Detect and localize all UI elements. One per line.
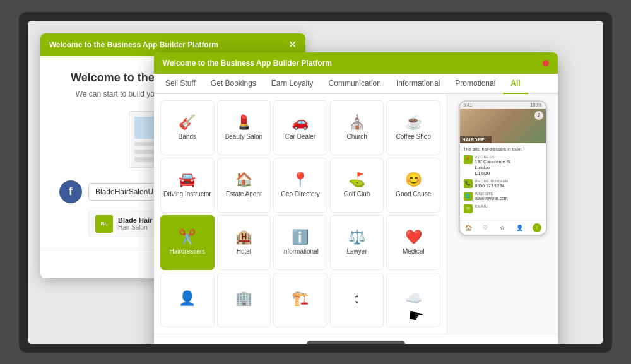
informational-cat-icon: ℹ️	[292, 230, 309, 244]
category-item-hairdressers[interactable]: ✂️Hairdressers	[160, 215, 215, 270]
continue-button[interactable]: Continue	[307, 341, 405, 344]
row4-1-icon: 👤	[179, 291, 196, 305]
phone-tagline: The best hairdressers in town.	[464, 147, 542, 151]
phone-email-icon: ✉	[464, 204, 473, 213]
red-dot-icon	[543, 60, 549, 66]
hotel-icon: 🏨	[235, 230, 252, 244]
golf-club-label: Golf Club	[344, 191, 370, 198]
category-item-estate-agent[interactable]: 🏠Estate Agent	[217, 158, 271, 213]
beauty-salon-icon: 💄	[235, 115, 252, 129]
estate-agent-icon: 🏠	[235, 173, 252, 187]
church-icon: ⛪	[348, 115, 365, 129]
category-item-good-cause[interactable]: 😊Good Cause	[386, 158, 440, 213]
bands-icon: 🎸	[179, 115, 196, 129]
tab-informational[interactable]: Informational	[389, 74, 447, 94]
phone-website-value: www.mysite.com	[475, 196, 508, 201]
phone-battery: 100%	[531, 103, 542, 107]
medical-label: Medical	[403, 248, 424, 255]
category-item-lawyer[interactable]: ⚖️Lawyer	[330, 215, 384, 270]
dialog-front: Welcome to the Business App Builder Plat…	[154, 52, 558, 344]
phone-email-row: ✉ EMAIL	[464, 204, 542, 213]
informational-cat-label: Informational	[282, 248, 319, 255]
good-cause-label: Good Cause	[396, 191, 431, 198]
hotel-label: Hotel	[237, 248, 251, 255]
car-dealer-icon: 🚗	[292, 115, 309, 129]
row4-3-icon: 🏗️	[292, 291, 309, 305]
dialog-back-close-icon[interactable]: ✕	[288, 40, 297, 50]
coffee-shop-label: Coffee Shop	[396, 133, 430, 141]
dialog-front-body: 🎸Bands💄Beauty Salon🚗Car Dealer⛪Church☕Co…	[154, 94, 558, 334]
phone-frame: 9:41 100% ⤴ HAIRDRE... The best hairdres…	[459, 100, 547, 236]
phone-preview: 9:41 100% ⤴ HAIRDRE... The best hairdres…	[447, 94, 558, 334]
hairdressers-label: Hairdressers	[169, 248, 205, 255]
driving-instructor-label: Driving Instructor	[163, 191, 211, 198]
dialog-front-header: Welcome to the Business App Builder Plat…	[154, 52, 558, 74]
category-item-beauty-salon[interactable]: 💄Beauty Salon	[217, 100, 271, 155]
geo-directory-icon: 📍	[292, 173, 309, 187]
categories-grid: 🎸Bands💄Beauty Salon🚗Car Dealer⛪Church☕Co…	[154, 94, 447, 334]
tab-communication[interactable]: Communication	[321, 74, 389, 94]
phone-website-content: WEBSITE www.mysite.com	[475, 192, 508, 201]
medical-icon: ❤️	[405, 230, 422, 244]
category-item-medical[interactable]: ❤️Medical	[386, 215, 440, 270]
phone-phone-icon: 📞	[464, 179, 473, 188]
driving-instructor-icon: 🚘	[179, 173, 196, 187]
category-item-bands[interactable]: 🎸Bands	[160, 100, 215, 155]
category-item-informational-cat[interactable]: ℹ️Informational	[273, 215, 327, 270]
category-item-geo-directory[interactable]: 📍Geo Directory	[273, 158, 327, 213]
hairdressers-icon: ✂️	[179, 230, 196, 244]
phone-nav-info-icon: i	[533, 223, 541, 232]
coffee-shop-icon: ☕	[405, 115, 422, 129]
phone-phone-row: 📞 PHONE NUMBER 0800 123 1234	[464, 179, 542, 189]
phone-address-content: ADDRESS 137 Commerce StLondonE1 6BU	[475, 155, 510, 176]
row4-4-icon: ↕️	[353, 291, 360, 305]
car-dealer-label: Car Dealer	[285, 133, 316, 141]
lawyer-icon: ⚖️	[348, 230, 365, 244]
phone-status-bar: 9:41 100%	[460, 102, 546, 109]
phone-address-icon: 📍	[464, 155, 473, 164]
phone-website-icon: 🌐	[464, 192, 473, 201]
phone-address-value: 137 Commerce StLondonE1 6BU	[475, 159, 510, 176]
golf-club-icon: ⛳	[348, 173, 365, 187]
facebook-icon: f	[59, 180, 82, 203]
lawyer-label: Lawyer	[346, 248, 367, 255]
category-item-hotel[interactable]: 🏨Hotel	[217, 215, 271, 270]
phone-email-label: EMAIL	[475, 204, 488, 208]
category-item-car-dealer[interactable]: 🚗Car Dealer	[273, 100, 327, 155]
bands-label: Bands	[179, 133, 196, 141]
phone-email-content: EMAIL	[475, 204, 488, 208]
category-item-coffee-shop[interactable]: ☕Coffee Shop	[386, 100, 440, 155]
row4-5-icon: ☁️	[405, 291, 422, 305]
tabs-row: Sell Stuff Get Bookings Earn Loyalty Com…	[154, 74, 558, 94]
dialog-back-title: Welcome to the Business App Builder Plat…	[49, 40, 218, 49]
category-item-golf-club[interactable]: ⛳Golf Club	[330, 158, 384, 213]
phone-header-title: HAIRDRE...	[460, 136, 492, 143]
category-item-church[interactable]: ⛪Church	[330, 100, 384, 155]
category-item-row4-4[interactable]: ↕️	[330, 273, 384, 327]
row4-2-icon: 🏢	[235, 291, 252, 305]
screen-inner: Welcome to the Business App Builder Plat…	[28, 21, 603, 344]
tab-promotional[interactable]: Promotional	[447, 74, 503, 94]
category-item-driving-instructor[interactable]: 🚘Driving Instructor	[160, 158, 215, 213]
good-cause-icon: 😊	[405, 173, 422, 187]
phone-nav-home-icon: 🏠	[464, 223, 473, 232]
facebook-result-image: BL	[95, 215, 113, 233]
phone-time: 9:41	[464, 103, 473, 107]
category-item-row4-3[interactable]: 🏗️	[273, 273, 327, 327]
screen-frame: Welcome to the Business App Builder Plat…	[19, 12, 612, 353]
tab-get-bookings[interactable]: Get Bookings	[203, 74, 264, 94]
category-item-row4-1[interactable]: 👤	[160, 273, 215, 327]
phone-phone-content: PHONE NUMBER 0800 123 1234	[475, 179, 509, 189]
dialog-front-footer: Continue	[154, 334, 558, 344]
category-item-row4-2[interactable]: 🏢	[217, 273, 271, 327]
phone-phone-value: 0800 123 1234	[475, 183, 509, 189]
phone-phone-label: PHONE NUMBER	[475, 179, 509, 183]
phone-content: The best hairdressers in town. 📍 ADDRESS…	[460, 143, 546, 220]
tab-sell-stuff[interactable]: Sell Stuff	[158, 74, 203, 94]
tab-earn-loyalty[interactable]: Earn Loyalty	[264, 74, 321, 94]
dialog-front-title: Welcome to the Business App Builder Plat…	[163, 59, 332, 68]
geo-directory-label: Geo Directory	[281, 191, 320, 198]
tab-all[interactable]: All	[503, 74, 528, 94]
phone-header-image: ⤴ HAIRDRE...	[460, 109, 546, 143]
church-label: Church	[346, 133, 367, 141]
